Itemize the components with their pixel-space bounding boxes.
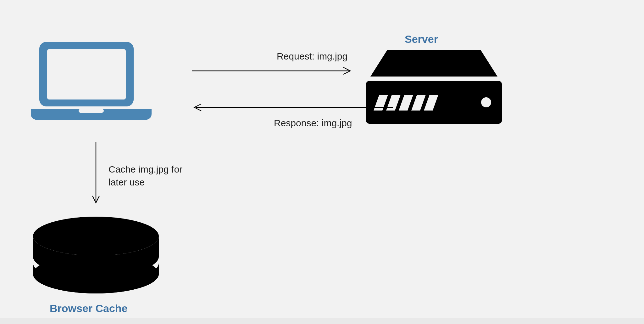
svg-rect-2 [28,106,154,109]
laptop-icon [28,41,154,126]
request-arrow [192,66,353,77]
bottom-shadow [0,318,644,324]
request-label: Request: img.jpg [277,51,347,62]
diagram-canvas: Server [0,0,644,324]
server-label: Server [405,33,438,45]
svg-point-12 [481,97,491,107]
cache-arrow [91,142,101,206]
svg-marker-4 [370,50,497,77]
browser-cache-label: Browser Cache [50,302,128,315]
browser-cache-icon [31,216,160,296]
svg-rect-5 [366,77,502,81]
response-arrow [192,103,393,113]
svg-point-17 [33,254,159,293]
cache-note-label: Cache img.jpg for later use [108,163,203,189]
svg-rect-1 [47,49,126,99]
svg-point-16 [33,217,159,256]
svg-rect-3 [79,109,104,113]
response-label: Response: img.jpg [274,118,352,128]
server-icon [366,48,502,127]
